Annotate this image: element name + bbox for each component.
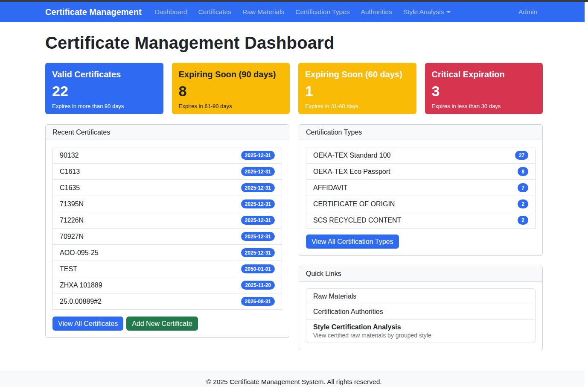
certificate-row: ZHXA 101889 2025-11-20 (52, 277, 282, 293)
page-title: Certificate Management Dashboard (45, 33, 543, 53)
expiry-date-badge: 2025-12-31 (241, 248, 275, 257)
quick-link-raw-materials[interactable]: Raw Materials (306, 288, 536, 304)
nav-links: Dashboard Certificates Raw Materials Cer… (149, 5, 457, 19)
stat-value: 3 (432, 83, 536, 99)
certification-type-row: OEKA-TEX Eco Passport 8 (306, 164, 536, 180)
nav-link[interactable]: Style Analysis (398, 5, 457, 19)
stat-card-critical: Critical Expiration 3 Expires in less th… (425, 63, 543, 114)
expiry-date-badge: 2050-01-01 (241, 264, 275, 273)
certificate-name: 25.0.00889#2 (60, 298, 102, 305)
certification-type-row: AFFIDAVIT 7 (306, 180, 536, 196)
navbar: Certificate Management Dashboard Certifi… (0, 2, 588, 22)
certification-types-header: Certification Types (299, 125, 542, 140)
recent-certificates-list: 90132 2025-12-31 C1613 2025-12-31 C1635 … (52, 147, 282, 310)
certificate-row: AOO-095-25 2025-12-31 (52, 245, 282, 261)
certification-type-row: OEKA-TEX Standard 100 27 (306, 147, 536, 164)
certificate-row: TEST 2050-01-01 (52, 261, 282, 277)
recent-certificates-header: Recent Certificates (46, 125, 289, 140)
stat-title: Critical Expiration (432, 70, 536, 79)
stat-card-expiring-60: Expiring Soon (60 days) 1 Expires in 31-… (298, 63, 416, 114)
quick-links-header: Quick Links (299, 266, 542, 281)
main-content: Certificate Management Dashboard Valid C… (45, 22, 543, 371)
certificate-row: C1613 2025-12-31 (52, 164, 282, 180)
expiry-date-badge: 2025-12-31 (241, 183, 275, 192)
quick-link-label: Style Certification Analysis (313, 323, 401, 331)
stat-value: 8 (179, 83, 283, 99)
expiry-date-badge: 2025-11-20 (241, 281, 275, 290)
nav-link[interactable]: Authorities (355, 5, 397, 19)
expiry-date-badge: 2025-12-31 (241, 151, 275, 160)
quick-link-certification-authorities[interactable]: Certification Authorities (306, 304, 536, 320)
stat-subtitle: Expires in less than 30 days (432, 103, 536, 109)
nav-link[interactable]: Raw Materials (237, 5, 290, 19)
quick-links-list: Raw Materials Certification Authorities … (306, 288, 536, 343)
expiry-date-badge: 2025-12-31 (241, 199, 275, 208)
recent-certificates-panel: Recent Certificates 90132 2025-12-31 C16… (45, 124, 289, 338)
certificate-name: 90132 (60, 152, 79, 159)
certificate-name: 71395N (60, 200, 84, 208)
expiry-date-badge: 2026-08-31 (241, 297, 275, 306)
expiry-date-badge: 2025-12-31 (241, 232, 275, 241)
certification-type-row: CERTIFICATE OF ORIGIN 2 (306, 196, 536, 212)
stats-row: Valid Certificates 22 Expires in more th… (45, 63, 543, 114)
stat-subtitle: Expires in 31-60 days (305, 103, 410, 109)
certificate-row: 71395N 2025-12-31 (52, 196, 282, 212)
brand-link[interactable]: Certificate Management (45, 7, 142, 17)
stat-card-expiring-90: Expiring Soon (90 days) 8 Expires in 61-… (172, 63, 290, 114)
view-all-certificates-button[interactable]: View All Certificates (52, 317, 123, 331)
scrollbar-gutter (585, 2, 588, 387)
certificate-row: C1635 2025-12-31 (52, 180, 282, 196)
quick-link-style-certification-analysis[interactable]: Style Certification Analysis View certif… (306, 320, 536, 343)
stat-card-valid: Valid Certificates 22 Expires in more th… (45, 63, 163, 114)
certification-type-name: AFFIDAVIT (313, 184, 348, 192)
quick-links-panel: Quick Links Raw Materials Certification … (299, 266, 543, 350)
stat-subtitle: Expires in more than 90 days (52, 103, 157, 109)
quick-link-label: Raw Materials (313, 293, 356, 300)
stat-subtitle: Expires in 61-90 days (179, 103, 283, 109)
nav-link[interactable]: Certificates (192, 5, 237, 19)
certification-types-list: OEKA-TEX Standard 100 27 OEKA-TEX Eco Pa… (306, 147, 536, 229)
certificate-name: 70927N (60, 233, 84, 240)
quick-link-description: View certified raw materials by grouped … (313, 332, 431, 339)
add-new-certificate-button[interactable]: Add New Certificate (126, 317, 198, 331)
count-badge: 2 (518, 216, 528, 225)
stat-value: 22 (52, 83, 157, 99)
certificate-name: ZHXA 101889 (60, 281, 102, 289)
certificate-name: TEST (60, 265, 77, 273)
certificate-row: 71226N 2025-12-31 (52, 212, 282, 229)
stat-value: 1 (305, 83, 410, 99)
footer-copyright: © 2025 Certificate Management System. Al… (206, 378, 381, 386)
expiry-date-badge: 2025-12-31 (241, 216, 275, 225)
count-badge: 2 (518, 199, 528, 208)
quick-link-label: Certification Authorities (313, 308, 383, 316)
certification-type-name: CERTIFICATE OF ORIGIN (313, 200, 395, 208)
certification-types-panel: Certification Types OEKA-TEX Standard 10… (299, 124, 543, 256)
chevron-down-icon (446, 11, 451, 13)
footer: © 2025 Certificate Management System. Al… (0, 371, 588, 387)
certification-type-name: OEKA-TEX Standard 100 (313, 152, 390, 159)
certificate-row: 25.0.00889#2 2026-08-31 (52, 293, 282, 310)
certificate-name: C1613 (60, 168, 80, 176)
expiry-date-badge: 2025-12-31 (241, 167, 275, 176)
certification-type-name: SCS RECYCLED CONTENT (313, 217, 401, 224)
view-all-certification-types-button[interactable]: View All Certification Types (306, 235, 399, 249)
count-badge: 8 (518, 167, 528, 176)
stat-title: Expiring Soon (60 days) (305, 70, 410, 79)
nav-link[interactable]: Dashboard (149, 5, 193, 19)
certification-type-name: OEKA-TEX Eco Passport (313, 168, 390, 176)
nav-link[interactable]: Certification Types (290, 5, 355, 19)
count-badge: 27 (515, 151, 528, 160)
certificate-name: 71226N (60, 217, 84, 224)
certificate-row: 90132 2025-12-31 (52, 147, 282, 164)
certificate-name: C1635 (60, 184, 80, 192)
stat-title: Valid Certificates (52, 70, 157, 79)
stat-title: Expiring Soon (90 days) (179, 70, 283, 79)
nav-link-admin[interactable]: Admin (513, 5, 543, 19)
certification-type-row: SCS RECYCLED CONTENT 2 (306, 212, 536, 229)
certificate-row: 70927N 2025-12-31 (52, 229, 282, 245)
certificate-name: AOO-095-25 (60, 249, 99, 257)
count-badge: 7 (518, 183, 528, 192)
